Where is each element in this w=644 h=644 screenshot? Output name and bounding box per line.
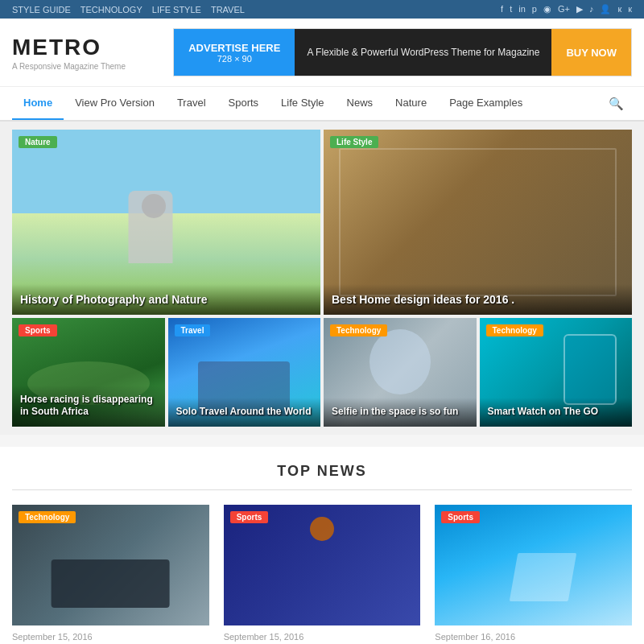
small-card-0[interactable]: Sports Horse racing is disappearing in S… xyxy=(12,318,165,427)
nav-page-examples[interactable]: Page Examples xyxy=(438,87,534,120)
news-card-0-date: September 15, 2016 xyxy=(12,632,209,642)
news-card-0-img: Technology xyxy=(12,505,209,625)
ad-description: A Flexible & Powerful WordPress Theme fo… xyxy=(295,29,551,76)
small-card-2-overlay: Selfie in the space is so fun xyxy=(324,398,477,427)
facebook-icon[interactable]: f xyxy=(501,4,503,14)
hero-grid: Nature History of Photography and Nature… xyxy=(12,130,632,315)
logo-area: METRO A Responsive Magazine Theme xyxy=(12,35,126,71)
small-card-row: Sports Horse racing is disappearing in S… xyxy=(12,318,632,427)
topbar-link-travel[interactable]: TRAVEL xyxy=(211,5,245,14)
hero-big-tag: Nature xyxy=(19,136,57,148)
small-card-2[interactable]: Technology Selfie in the space is so fun xyxy=(324,318,477,427)
nav-news[interactable]: News xyxy=(336,87,385,120)
instagram-icon[interactable]: ◉ xyxy=(543,4,551,14)
small-card-3-title: Smart Watch on The GO xyxy=(488,406,625,419)
small-card-1-title: Solo Travel Around the World xyxy=(176,406,313,419)
hero-right-overlay: Best Home design ideas for 2016 . xyxy=(324,284,632,315)
hero-right-card[interactable]: Life Style Best Home design ideas for 20… xyxy=(324,130,632,315)
extra-icon[interactable]: к xyxy=(628,4,632,14)
hero-right-tag: Life Style xyxy=(330,136,378,148)
top-bar-social: f t in p ◉ G+ ▶ ♪ 👤 к к xyxy=(501,4,632,14)
hero-big-card[interactable]: Nature History of Photography and Nature xyxy=(12,130,320,315)
news-card-2-date: September 16, 2016 xyxy=(435,632,632,642)
ad-label-text: ADVERTISE HERE xyxy=(188,42,280,54)
news-card-1[interactable]: Sports September 15, 2016 Why is Basketb… xyxy=(224,505,421,644)
pinterest-icon[interactable]: p xyxy=(532,4,537,14)
nav-lifestyle[interactable]: Life Style xyxy=(270,87,335,120)
small-card-1-overlay: Solo Travel Around the World xyxy=(168,398,321,427)
small-card-3[interactable]: Technology Smart Watch on The GO xyxy=(480,318,633,427)
nav-links: Home View Pro Version Travel Sports Life… xyxy=(12,87,534,120)
twitter-icon[interactable]: t xyxy=(510,4,512,14)
hero-big-title: History of Photography and Nature xyxy=(20,292,312,307)
small-card-1-tag: Travel xyxy=(175,324,211,336)
header: METRO A Responsive Magazine Theme ADVERT… xyxy=(0,19,644,87)
news-card-2-img: Sports xyxy=(435,505,632,625)
news-card-2-tag: Sports xyxy=(441,511,480,523)
nav-pro[interactable]: View Pro Version xyxy=(64,87,166,120)
main-nav: Home View Pro Version Travel Sports Life… xyxy=(0,87,644,122)
news-card-1-img: Sports xyxy=(224,505,421,625)
topbar-link-technology[interactable]: TECHNOLOGY xyxy=(80,5,142,14)
nav-home[interactable]: Home xyxy=(12,87,64,120)
top-news-title: TOP NEWS xyxy=(12,463,632,490)
small-card-2-tag: Technology xyxy=(330,324,387,336)
small-card-1[interactable]: Travel Solo Travel Around the World xyxy=(168,318,321,427)
nav-nature[interactable]: Nature xyxy=(384,87,438,120)
search-icon[interactable]: 🔍 xyxy=(601,89,632,119)
googleplus-icon[interactable]: G+ xyxy=(558,4,570,14)
ad-banner[interactable]: ADVERTISE HERE 728 × 90 A Flexible & Pow… xyxy=(173,28,632,76)
youtube-icon[interactable]: ▶ xyxy=(576,4,583,14)
soundcloud-icon[interactable]: ♪ xyxy=(589,4,594,14)
small-card-0-tag: Sports xyxy=(19,324,57,336)
news-grid: Technology September 15, 2016 Light Ultr… xyxy=(12,505,632,644)
nav-sports[interactable]: Sports xyxy=(217,87,270,120)
top-bar-nav[interactable]: STYLE GUIDE TECHNOLOGY LIFE STYLE TRAVEL xyxy=(12,5,245,14)
news-card-2[interactable]: Sports September 16, 2016 Rideing Wave o… xyxy=(435,505,632,644)
topbar-link-style-guide[interactable]: STYLE GUIDE xyxy=(12,5,71,14)
hero-section: Nature History of Photography and Nature… xyxy=(0,122,644,435)
top-news-section: TOP NEWS Technology September 15, 2016 L… xyxy=(0,447,644,644)
topbar-link-lifestyle[interactable]: LIFE STYLE xyxy=(152,5,201,14)
logo-title: METRO xyxy=(12,35,126,60)
small-card-0-overlay: Horse racing is disappearing in South Af… xyxy=(12,386,165,427)
hero-big-overlay: History of Photography and Nature xyxy=(12,284,320,315)
small-card-3-overlay: Smart Watch on The GO xyxy=(480,398,633,427)
small-card-2-title: Selfie in the space is so fun xyxy=(332,406,469,419)
vk-icon[interactable]: к xyxy=(617,4,621,14)
user-icon[interactable]: 👤 xyxy=(600,4,611,14)
news-card-1-date: September 15, 2016 xyxy=(224,632,421,642)
small-card-0-title: Horse racing is disappearing in South Af… xyxy=(20,394,157,419)
news-card-0-tag: Technology xyxy=(19,511,76,523)
hero-right-title: Best Home design ideas for 2016 . xyxy=(332,292,624,307)
small-card-3-tag: Technology xyxy=(486,324,543,336)
nav-travel[interactable]: Travel xyxy=(166,87,217,120)
news-card-0[interactable]: Technology September 15, 2016 Light Ultr… xyxy=(12,505,209,644)
ad-label: ADVERTISE HERE 728 × 90 xyxy=(174,29,295,76)
logo-tagline: A Responsive Magazine Theme xyxy=(12,62,126,71)
news-card-1-tag: Sports xyxy=(230,511,269,523)
top-bar: STYLE GUIDE TECHNOLOGY LIFE STYLE TRAVEL… xyxy=(0,0,644,19)
ad-dimensions: 728 × 90 xyxy=(188,54,280,64)
linkedin-icon[interactable]: in xyxy=(518,4,526,14)
ad-buy-button[interactable]: BUY NOW xyxy=(551,29,631,76)
